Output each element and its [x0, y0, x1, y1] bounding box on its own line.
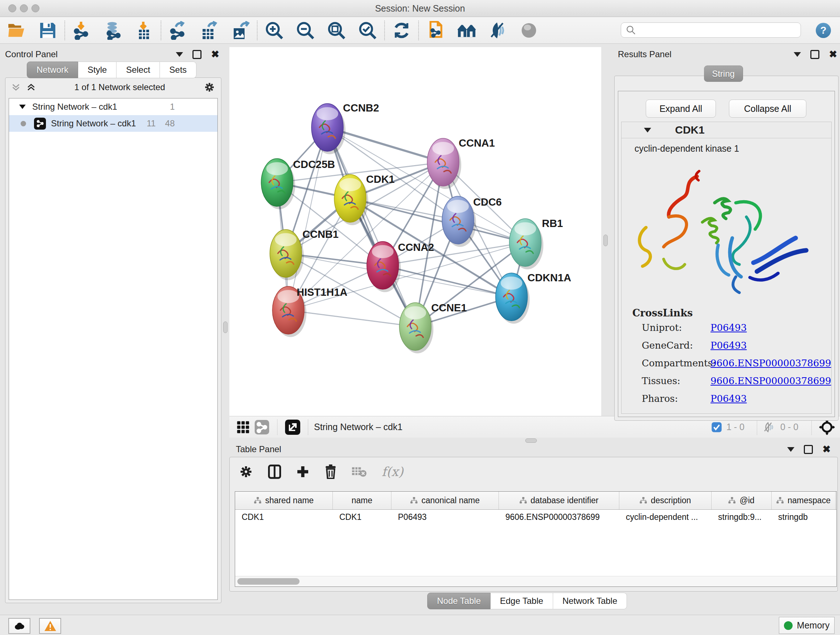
- import-table-icon[interactable]: [134, 21, 153, 40]
- expand-all-button[interactable]: Expand All: [646, 100, 716, 118]
- table-cell[interactable]: stringdb:9...: [712, 512, 772, 522]
- column-header-namespace[interactable]: namespace: [772, 492, 836, 509]
- crosslink-row: Compartments:9606.ENSP00000378699: [642, 358, 831, 369]
- refresh-layout-icon[interactable]: [392, 21, 411, 40]
- table-cell[interactable]: P06493: [392, 512, 499, 522]
- open-in-new-window-icon[interactable]: [283, 418, 302, 437]
- network-canvas[interactable]: CCNB2CCNA1CDC25BCDK1CDC6RB1CCNB1CCNA2CDK…: [229, 47, 601, 416]
- left-splitter-handle[interactable]: [223, 321, 227, 333]
- results-tab-string[interactable]: String: [704, 65, 743, 82]
- close-panel-icon[interactable]: ✖: [829, 50, 837, 59]
- tab-network[interactable]: Network: [27, 62, 78, 78]
- network-share-icon[interactable]: [253, 418, 271, 437]
- show-columns-icon[interactable]: [268, 464, 281, 479]
- network-collection-row[interactable]: String Network – cdk1 1: [9, 98, 218, 115]
- close-panel-icon[interactable]: ✖: [822, 445, 831, 454]
- memory-button[interactable]: Memory: [779, 617, 835, 634]
- cloud-button[interactable]: [8, 618, 30, 634]
- column-header-canonical-name[interactable]: canonical name: [392, 492, 499, 509]
- toolbar-search-field[interactable]: [621, 22, 801, 38]
- zoom-out-icon[interactable]: [296, 21, 315, 40]
- network-row[interactable]: String Network – cdk1 11 48: [9, 115, 218, 132]
- birds-eye-grid-icon[interactable]: [234, 418, 253, 437]
- crosslink-link[interactable]: P06493: [711, 340, 747, 351]
- string-network-graph[interactable]: CCNB2CCNA1CDC25BCDK1CDC6RB1CCNB1CCNA2CDK…: [229, 47, 601, 416]
- node-CCNB2[interactable]: CCNB2: [311, 102, 379, 154]
- crosslink-link[interactable]: 9606.ENSP00000378699: [711, 375, 831, 386]
- node-CCNA2[interactable]: CCNA2: [367, 241, 434, 292]
- tab-select[interactable]: Select: [117, 62, 160, 78]
- function-builder-icon[interactable]: f(x): [382, 464, 403, 479]
- import-network-icon[interactable]: [73, 21, 91, 40]
- column-header-shared-name[interactable]: shared name: [235, 492, 333, 509]
- float-panel-icon[interactable]: [787, 447, 794, 452]
- string-home-icon[interactable]: [457, 21, 476, 40]
- table-row[interactable]: CDK1CDK1P064939606.ENSP00000378699cyclin…: [235, 510, 836, 524]
- right-splitter-handle[interactable]: [603, 234, 608, 246]
- table-options-gear-icon[interactable]: [239, 465, 253, 478]
- close-panel-icon[interactable]: ✖: [211, 50, 219, 59]
- open-session-icon[interactable]: [7, 21, 26, 40]
- node-RB1[interactable]: RB1: [509, 218, 563, 269]
- node-HIST1H1A[interactable]: HIST1H1A: [272, 287, 347, 337]
- table-cell[interactable]: CDK1: [235, 512, 333, 522]
- node-CDKN1A[interactable]: CDKN1A: [496, 272, 571, 324]
- zoom-selected-icon[interactable]: [358, 21, 377, 40]
- collapse-all-icon[interactable]: [11, 82, 21, 92]
- table-cell[interactable]: stringdb: [772, 512, 836, 522]
- float-panel-icon[interactable]: [176, 52, 183, 57]
- float-panel-icon[interactable]: [794, 52, 801, 57]
- crosslink-link[interactable]: 9606.ENSP00000378699: [711, 358, 831, 369]
- edge-CCNB2-HIST1H1A[interactable]: [288, 127, 327, 310]
- table-cell[interactable]: CDK1: [333, 512, 392, 522]
- delete-table-icon[interactable]: [352, 466, 366, 478]
- column-header-@id[interactable]: @id: [712, 492, 772, 509]
- collection-disclosure-icon[interactable]: [19, 105, 26, 109]
- maximize-panel-icon[interactable]: [193, 50, 202, 59]
- tab-style[interactable]: Style: [78, 62, 117, 78]
- edge-HIST1H1A-CCNE1[interactable]: [288, 310, 415, 326]
- help-button[interactable]: ?: [816, 23, 831, 38]
- table-body: CDK1CDK1P064939606.ENSP00000378699cyclin…: [235, 510, 836, 524]
- table-panel-title: Table Panel: [236, 444, 281, 454]
- zoom-in-icon[interactable]: [265, 21, 284, 40]
- collapse-all-button[interactable]: Collapse All: [729, 100, 806, 118]
- table-cell[interactable]: 9606.ENSP00000378699: [499, 512, 619, 522]
- node-CCNE1[interactable]: CCNE1: [399, 302, 467, 353]
- string-protein-query-icon[interactable]: [426, 21, 445, 40]
- enhance-labels-icon[interactable]: [488, 21, 507, 40]
- export-table-icon[interactable]: [200, 21, 218, 40]
- column-header-database-identifier[interactable]: database identifier: [499, 492, 619, 509]
- zoom-fit-icon[interactable]: [327, 21, 346, 40]
- crosslink-row: GeneCard:P06493: [642, 340, 831, 351]
- network-options-gear-icon[interactable]: [204, 81, 215, 93]
- protein-card-header[interactable]: CDK1: [622, 122, 831, 138]
- protein-disclosure-icon[interactable]: [644, 128, 651, 133]
- horizontal-scrollbar[interactable]: [235, 576, 836, 586]
- import-network-from-database-icon[interactable]: [103, 21, 122, 40]
- crosslink-link[interactable]: P06493: [711, 393, 747, 404]
- create-column-icon[interactable]: [296, 465, 309, 478]
- column-header-description[interactable]: description: [619, 492, 712, 509]
- node-CDC25B[interactable]: CDC25B: [261, 158, 335, 209]
- delete-column-icon[interactable]: [325, 464, 337, 479]
- crosslink-link[interactable]: P06493: [711, 322, 747, 333]
- tab-sets[interactable]: Sets: [160, 62, 196, 78]
- tab-node-table[interactable]: Node Table: [427, 593, 491, 609]
- node-CCNA1[interactable]: CCNA1: [427, 137, 495, 189]
- table-cell[interactable]: cyclin-dependent ...: [619, 512, 712, 522]
- scrollbar-thumb[interactable]: [237, 578, 300, 585]
- warnings-button[interactable]: [39, 618, 61, 634]
- maximize-panel-icon[interactable]: [804, 445, 813, 454]
- tab-network-table[interactable]: Network Table: [553, 593, 627, 609]
- column-header-name[interactable]: name: [333, 492, 392, 509]
- export-image-icon[interactable]: [231, 21, 249, 40]
- maximize-panel-icon[interactable]: [810, 50, 819, 59]
- save-session-icon[interactable]: [38, 21, 57, 40]
- show-glass-ball-icon[interactable]: [519, 21, 538, 40]
- node-label-CCNA2: CCNA2: [398, 241, 434, 253]
- tab-edge-table[interactable]: Edge Table: [491, 593, 553, 609]
- search-input[interactable]: [636, 25, 801, 35]
- export-network-icon[interactable]: [169, 21, 187, 40]
- expand-all-icon[interactable]: [27, 82, 36, 92]
